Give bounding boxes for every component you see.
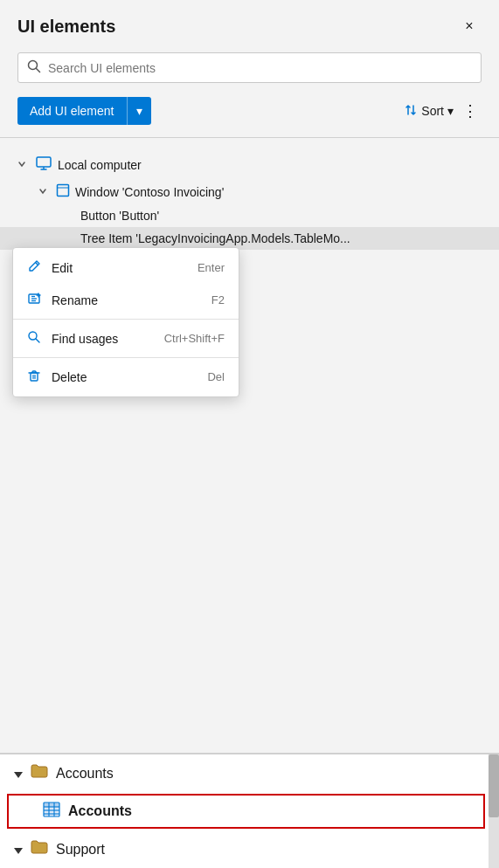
svg-line-12 (36, 339, 39, 342)
trash-icon (27, 369, 41, 385)
legacy-item-label: Tree Item 'LegacyInvoicingApp.Models.Tab… (80, 231, 350, 245)
context-menu-item-delete[interactable]: Delete Del (13, 361, 239, 393)
add-dropdown-button[interactable]: ▾ (128, 97, 151, 125)
tree-item-window-contoso[interactable]: Window 'Contoso Invoicing' (0, 179, 499, 204)
toolbar-right: Sort ▾ ⋮ (404, 100, 482, 122)
chevron-down-icon (17, 160, 30, 170)
context-menu-item-find-usages[interactable]: Find usages Ctrl+Shift+F (13, 322, 239, 355)
search-container (0, 47, 499, 93)
delete-shortcut: Del (207, 370, 225, 383)
toolbar: Add UI element ▾ Sort ▾ ⋮ (0, 93, 499, 137)
ui-elements-panel: UI elements × Add UI element ▾ (0, 0, 499, 868)
sort-chevron-icon: ▾ (447, 104, 454, 118)
support-group-label: Support (56, 842, 105, 858)
scrollbar-thumb[interactable] (489, 754, 499, 817)
context-menu-divider-2 (13, 357, 239, 358)
folder-icon-accounts (30, 761, 49, 785)
more-options-button[interactable]: ⋮ (459, 100, 482, 122)
accounts-group-label: Accounts (56, 766, 114, 782)
rename-label: Rename (52, 293, 98, 307)
tree-area: Local computer Window 'Contoso Invoicing… (0, 138, 499, 753)
local-computer-label: Local computer (58, 158, 142, 172)
add-ui-element-button[interactable]: Add UI element (17, 97, 128, 125)
bottom-accounts-table[interactable]: Accounts (7, 794, 485, 829)
triangle-down-icon (14, 766, 23, 781)
window-icon (56, 183, 70, 200)
triangle-down-icon-support (14, 842, 23, 857)
panel-header: UI elements × (0, 0, 499, 47)
find-usages-label: Find usages (52, 332, 118, 346)
rename-shortcut: F2 (211, 293, 225, 307)
bottom-section: Accounts (0, 753, 499, 868)
bottom-accounts-group[interactable]: Accounts (0, 754, 489, 792)
monitor-icon (35, 155, 52, 175)
window-contoso-label: Window 'Contoso Invoicing' (75, 185, 224, 199)
pencil-icon (27, 259, 41, 276)
context-menu-divider (13, 319, 239, 320)
table-icon-accounts (42, 800, 61, 823)
context-menu-item-edit[interactable]: Edit Enter (13, 251, 239, 284)
context-menu-item-rename[interactable]: Rename F2 (13, 284, 239, 316)
close-button[interactable]: × (457, 14, 482, 38)
find-usages-shortcut: Ctrl+Shift+F (164, 332, 225, 345)
scrollbar[interactable] (489, 754, 499, 868)
svg-rect-13 (31, 373, 38, 381)
tree-item-button[interactable]: Button 'Button' (0, 204, 499, 227)
delete-label: Delete (52, 370, 87, 384)
svg-rect-23 (44, 803, 59, 807)
sort-arrows-icon (404, 103, 418, 120)
bottom-tree: Accounts (0, 754, 499, 868)
accounts-table-label: Accounts (68, 803, 132, 819)
svg-rect-2 (37, 157, 51, 167)
panel-title: UI elements (17, 17, 115, 37)
button-label: Button 'Button' (80, 209, 159, 223)
add-dropdown-arrow: ▾ (136, 104, 142, 118)
add-button-group: Add UI element ▾ (17, 97, 151, 125)
search-icon (27, 330, 41, 347)
svg-line-1 (37, 69, 40, 72)
search-box (17, 52, 482, 83)
folder-icon-support (30, 837, 49, 861)
tree-item-local-computer[interactable]: Local computer (0, 150, 499, 179)
search-icon (27, 59, 41, 76)
search-input[interactable] (48, 61, 472, 75)
bottom-support-group[interactable]: Support (0, 830, 489, 868)
edit-label: Edit (52, 261, 73, 275)
chevron-down-icon (38, 187, 51, 197)
sort-label: Sort (421, 104, 444, 118)
edit-shortcut: Enter (198, 261, 225, 274)
context-menu: Edit Enter (12, 247, 239, 397)
rename-icon (27, 292, 41, 308)
svg-rect-5 (58, 185, 69, 196)
sort-button[interactable]: Sort ▾ (404, 103, 454, 120)
